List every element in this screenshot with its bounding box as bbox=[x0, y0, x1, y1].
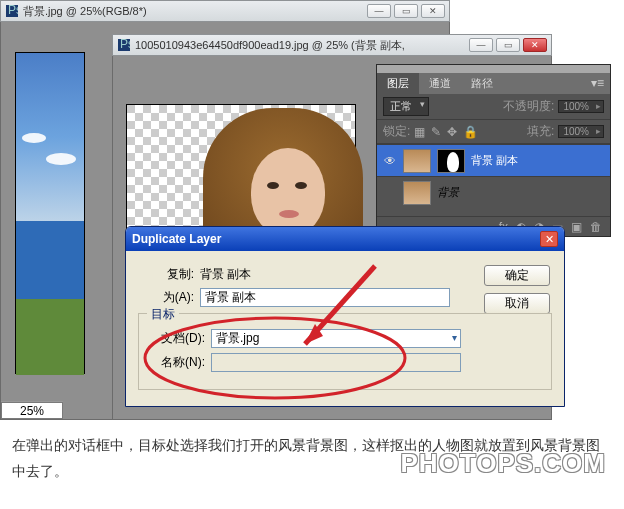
window-title-fg: 1005010943e64450df900ead19.jpg @ 25% (背景… bbox=[135, 38, 469, 53]
dialog-titlebar[interactable]: Duplicate Layer ✕ bbox=[126, 227, 564, 251]
layer-name: 背景 副本 bbox=[471, 153, 518, 168]
close-button[interactable]: ✕ bbox=[421, 4, 445, 18]
opacity-label: 不透明度: bbox=[503, 98, 554, 115]
ps-icon: Ps bbox=[117, 38, 131, 52]
duplicate-layer-dialog: Duplicate Layer ✕ 确定 取消 复制: 背景 副本 为(A): … bbox=[125, 226, 565, 407]
as-input[interactable] bbox=[200, 288, 450, 307]
lock-move-icon[interactable]: ✥ bbox=[447, 125, 457, 139]
tab-layers[interactable]: 图层 bbox=[377, 73, 419, 94]
as-label: 为(A): bbox=[138, 289, 194, 306]
layer-thumb bbox=[403, 181, 431, 205]
visibility-toggle[interactable] bbox=[383, 186, 397, 200]
layer-thumb bbox=[403, 149, 431, 173]
zoom-input[interactable]: 25% bbox=[1, 402, 63, 419]
duplicate-value: 背景 副本 bbox=[200, 266, 251, 283]
name-label: 名称(N): bbox=[149, 354, 205, 371]
duplicate-label: 复制: bbox=[138, 266, 194, 283]
tab-channels[interactable]: 通道 bbox=[419, 73, 461, 94]
fill-label: 填充: bbox=[527, 123, 554, 140]
blend-mode-select[interactable]: 正常 bbox=[383, 97, 429, 116]
layer-name: 背景 bbox=[437, 185, 459, 200]
cancel-button[interactable]: 取消 bbox=[484, 293, 550, 314]
panel-menu-icon[interactable]: ▾≡ bbox=[585, 73, 610, 94]
document-label: 文档(D): bbox=[149, 330, 205, 347]
layer-mask-thumb bbox=[437, 149, 465, 173]
ok-button[interactable]: 确定 bbox=[484, 265, 550, 286]
new-layer-icon[interactable]: ▣ bbox=[571, 220, 582, 234]
dialog-title: Duplicate Layer bbox=[132, 232, 540, 246]
target-fieldset: 目标 文档(D): 背景.jpg 名称(N): bbox=[138, 313, 552, 390]
minimize-button[interactable]: — bbox=[469, 38, 493, 52]
fill-input[interactable]: 100% bbox=[558, 125, 604, 138]
tab-paths[interactable]: 路径 bbox=[461, 73, 503, 94]
svg-text:Ps: Ps bbox=[120, 39, 130, 51]
maximize-button[interactable]: ▭ bbox=[496, 38, 520, 52]
watermark: PHOTOPS.COM bbox=[400, 448, 606, 479]
document-select[interactable]: 背景.jpg bbox=[211, 329, 461, 348]
layers-panel: 图层 通道 路径 ▾≡ 正常 不透明度: 100% 锁定: ▦ ✎ ✥ 🔒 填充… bbox=[376, 64, 611, 237]
window-title-bg: 背景.jpg @ 25%(RGB/8*) bbox=[23, 4, 367, 19]
layer-row[interactable]: 👁 背景 副本 bbox=[377, 144, 610, 176]
lock-paint-icon[interactable]: ✎ bbox=[431, 125, 441, 139]
minimize-button[interactable]: — bbox=[367, 4, 391, 18]
svg-text:Ps: Ps bbox=[8, 5, 18, 17]
lock-transparent-icon[interactable]: ▦ bbox=[414, 125, 425, 139]
maximize-button[interactable]: ▭ bbox=[394, 4, 418, 18]
name-input bbox=[211, 353, 461, 372]
window-titlebar-fg[interactable]: Ps 1005010943e64450df900ead19.jpg @ 25% … bbox=[112, 34, 552, 56]
ps-icon: Ps bbox=[5, 4, 19, 18]
lock-label: 锁定: bbox=[383, 123, 410, 140]
opacity-input[interactable]: 100% bbox=[558, 100, 604, 113]
close-button[interactable]: ✕ bbox=[523, 38, 547, 52]
trash-icon[interactable]: 🗑 bbox=[590, 220, 602, 234]
layer-row[interactable]: 背景 bbox=[377, 176, 610, 208]
dialog-close-button[interactable]: ✕ bbox=[540, 231, 558, 247]
target-legend: 目标 bbox=[147, 306, 179, 323]
window-titlebar-bg[interactable]: Ps 背景.jpg @ 25%(RGB/8*) — ▭ ✕ bbox=[0, 0, 450, 22]
bg-image-canvas bbox=[15, 52, 85, 374]
visibility-toggle[interactable]: 👁 bbox=[383, 154, 397, 168]
lock-all-icon[interactable]: 🔒 bbox=[463, 125, 478, 139]
